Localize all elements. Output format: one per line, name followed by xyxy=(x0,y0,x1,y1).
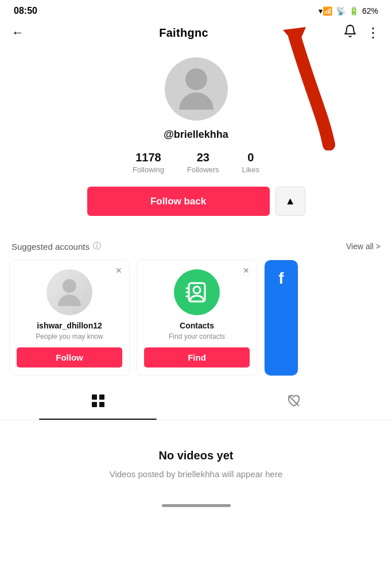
find-button-2[interactable]: Find xyxy=(144,347,250,368)
followers-count: 23 xyxy=(197,151,209,164)
card-desc-2: Find your contacts xyxy=(169,332,225,341)
videos-grid-icon xyxy=(91,393,106,412)
svg-rect-9 xyxy=(99,394,104,400)
avatar xyxy=(165,57,228,121)
status-icons: ▾📶 📡 🔋 62% xyxy=(319,6,378,16)
likes-count: 0 xyxy=(247,151,254,164)
stat-following[interactable]: 1178 Following xyxy=(133,151,164,174)
suggested-section: Suggested accounts ⓘ View all > ✕ ishwar… xyxy=(0,241,392,376)
mini-silhouette-1 xyxy=(58,279,81,306)
likes-label: Likes xyxy=(242,165,259,174)
suggested-account-card-1: ✕ ishwar_dhillon12 People you may know F… xyxy=(9,260,130,376)
following-count: 1178 xyxy=(135,151,161,164)
suggested-header: Suggested accounts ⓘ View all > xyxy=(9,241,383,252)
tab-liked[interactable] xyxy=(196,385,393,420)
stat-likes[interactable]: 0 Likes xyxy=(242,151,259,174)
back-button[interactable]: ← xyxy=(11,25,24,40)
battery-icon: 🔋 xyxy=(349,6,359,16)
suggested-account-card-3: f xyxy=(264,260,298,376)
username: @briellekhha xyxy=(164,129,228,141)
header: ← Faithgnc ⋮ xyxy=(0,20,392,48)
suggested-account-card-2: ✕ Contacts Find your contacts Find xyxy=(137,260,257,376)
heart-icon xyxy=(286,393,301,412)
page-title: Faithgnc xyxy=(159,26,208,40)
wifi-icon: ▾📶 xyxy=(319,6,332,16)
followers-label: Followers xyxy=(187,165,219,174)
view-all-link[interactable]: View all > xyxy=(346,242,381,251)
info-icon: ⓘ xyxy=(93,241,101,252)
suggested-cards: ✕ ishwar_dhillon12 People you may know F… xyxy=(9,260,383,376)
svg-rect-11 xyxy=(99,402,104,407)
status-time: 08:50 xyxy=(14,6,37,16)
battery-percent: 62% xyxy=(362,6,378,16)
header-actions: ⋮ xyxy=(343,24,381,41)
card-desc-1: People you may know xyxy=(36,332,103,341)
home-indicator xyxy=(0,493,392,514)
avatar-body xyxy=(179,92,214,110)
profile-section: @briellekhha 1178 Following 23 Followers… xyxy=(0,48,392,241)
follow-button-1[interactable]: Follow xyxy=(17,347,122,368)
suggested-title: Suggested accounts ⓘ xyxy=(11,241,101,252)
card-close-1[interactable]: ✕ xyxy=(115,266,122,275)
card-avatar-1 xyxy=(46,269,92,315)
svg-point-4 xyxy=(193,287,200,293)
empty-state-desc: Videos posted by briellekhha will appear… xyxy=(110,468,283,481)
svg-rect-8 xyxy=(92,394,97,400)
svg-rect-10 xyxy=(92,402,97,407)
action-buttons: Follow back ▲ xyxy=(87,187,305,216)
status-bar: 08:50 ▾📶 📡 🔋 62% xyxy=(0,0,392,20)
tab-videos[interactable] xyxy=(0,385,196,420)
more-options-icon[interactable]: ⋮ xyxy=(366,25,381,41)
card-close-2[interactable]: ✕ xyxy=(243,266,250,275)
signal-icon: 📡 xyxy=(336,6,346,16)
card-name-1: ishwar_dhillon12 xyxy=(37,321,102,330)
stat-followers[interactable]: 23 Followers xyxy=(187,151,219,174)
share-icon: ▲ xyxy=(285,195,296,207)
following-label: Following xyxy=(133,165,164,174)
card-avatar-2 xyxy=(174,269,220,315)
share-button[interactable]: ▲ xyxy=(275,187,305,216)
avatar-head xyxy=(185,68,207,90)
notification-icon[interactable] xyxy=(343,24,357,41)
empty-state-title: No videos yet xyxy=(158,449,233,462)
card-avatar-person-1 xyxy=(46,269,92,315)
card-avatar-contacts xyxy=(174,269,220,315)
stats-row: 1178 Following 23 Followers 0 Likes xyxy=(133,151,259,174)
card-name-2: Contacts xyxy=(180,321,214,330)
avatar-silhouette xyxy=(179,68,214,110)
content-tabs xyxy=(0,385,392,420)
follow-back-button[interactable]: Follow back xyxy=(87,187,270,216)
home-bar xyxy=(162,504,231,507)
empty-state: No videos yet Videos posted by briellekh… xyxy=(0,438,392,493)
